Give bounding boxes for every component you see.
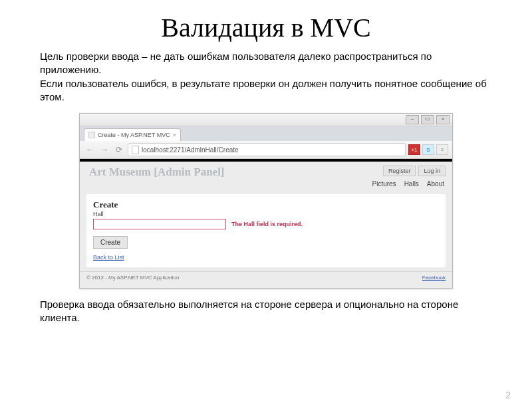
window-titlebar: – ▭ ×	[80, 114, 452, 126]
nav-pictures[interactable]: Pictures	[372, 180, 396, 188]
browser-toolbar: ← → ⟳ localhost:2271/AdminHall/Create +1…	[80, 141, 452, 159]
tab-close-icon[interactable]: ×	[173, 132, 176, 138]
slide: Валидация в MVC Цель проверки ввода – не…	[0, 12, 532, 399]
nav-forward-button[interactable]: →	[98, 144, 110, 156]
nav-back-button[interactable]: ←	[84, 144, 96, 156]
extension-badge-icon[interactable]: +1	[408, 144, 420, 155]
create-button[interactable]: Create	[93, 236, 128, 249]
register-button[interactable]: Register	[383, 166, 416, 176]
page-header: Art Museum [Admin Panel] Register Log in…	[80, 162, 452, 188]
auth-buttons: Register Log in	[383, 166, 446, 176]
window-close-button[interactable]: ×	[436, 115, 450, 124]
login-button[interactable]: Log in	[418, 166, 446, 176]
slide-title: Валидация в MVC	[0, 12, 532, 43]
footer-facebook-link[interactable]: Facebook	[422, 275, 446, 281]
brand-title: Art Museum [Admin Panel]	[89, 166, 225, 179]
hall-label: Hall	[93, 211, 439, 217]
skype-icon[interactable]: S	[422, 144, 434, 155]
page-icon	[132, 146, 139, 154]
nav-reload-button[interactable]: ⟳	[113, 144, 125, 156]
header-right: Register Log in Pictures Halls About	[372, 166, 446, 188]
main-nav: Pictures Halls About	[372, 179, 446, 188]
address-bar[interactable]: localhost:2271/AdminHall/Create	[128, 143, 406, 156]
footer-copyright: © 2012 - My ASP.NET MVC Application	[86, 275, 179, 281]
page-footer: © 2012 - My ASP.NET MVC Application Face…	[80, 271, 452, 283]
validation-error: The Hall field is required.	[231, 221, 303, 227]
browser-tab[interactable]: Create - My ASP.NET MVC ×	[84, 128, 181, 141]
slide-intro: Цель проверки ввода – не дать ошибкам по…	[40, 50, 492, 104]
favicon-icon	[88, 132, 95, 138]
hall-row: The Hall field is required.	[93, 219, 439, 229]
page-number: 2	[505, 390, 511, 399]
nav-halls[interactable]: Halls	[404, 180, 419, 188]
window-minimize-button[interactable]: –	[406, 115, 419, 124]
tab-title: Create - My ASP.NET MVC	[98, 132, 170, 138]
form-panel: Create Hall The Hall field is required. …	[86, 194, 446, 267]
hall-input[interactable]	[93, 219, 226, 229]
window-maximize-button[interactable]: ▭	[421, 115, 434, 124]
form-heading: Create	[93, 200, 439, 210]
tab-strip: Create - My ASP.NET MVC ×	[80, 126, 452, 141]
page-body: Art Museum [Admin Panel] Register Log in…	[80, 162, 452, 288]
browser-window: – ▭ × Create - My ASP.NET MVC × ← → ⟳ lo…	[79, 113, 453, 289]
back-to-list-link[interactable]: Back to List	[93, 254, 124, 261]
menu-icon[interactable]: ≡	[436, 144, 448, 155]
slide-outro: Проверка ввода обязательно выполняется н…	[40, 298, 492, 325]
extension-icons: +1 S ≡	[408, 144, 448, 155]
url-text: localhost:2271/AdminHall/Create	[142, 146, 239, 154]
nav-about[interactable]: About	[427, 180, 444, 188]
